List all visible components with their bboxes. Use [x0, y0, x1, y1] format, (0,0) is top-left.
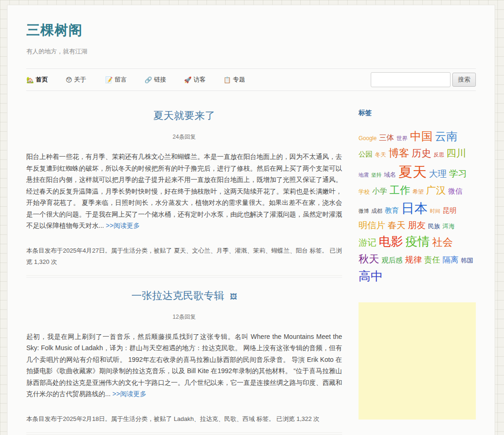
main-nav: 🏡 首页 😯 关于 📝 留言 🔗 链接 🚀 访客 📋 专题 [26, 69, 476, 90]
nav-links: 🏡 首页 😯 关于 📝 留言 🔗 链接 🚀 访客 📋 专题 [26, 75, 371, 84]
search-input[interactable] [371, 72, 451, 87]
tag-link[interactable]: 学习 [449, 168, 467, 180]
search-button[interactable]: 搜索 [452, 73, 476, 87]
tag-link[interactable]: 观后感 [382, 256, 403, 265]
post-excerpt-text: 起初，我是在网上刷到了一首音乐，然后顺藤摸瓜找到了这张专辑。名叫 Where t… [26, 333, 342, 398]
tag-link[interactable]: 昆明 [443, 206, 457, 215]
tag-link[interactable]: 日本 [401, 200, 428, 217]
tag-link[interactable]: 教育 [385, 206, 399, 215]
tag-link[interactable]: 博客 [389, 147, 409, 160]
tag-link[interactable]: 希望 [412, 188, 424, 195]
search-area: 搜索 [371, 72, 476, 87]
nav-label: 首页 [36, 75, 48, 84]
nav-item-topics[interactable]: 📋 专题 [223, 75, 263, 84]
tag-link[interactable]: 春天 [388, 220, 405, 231]
tag-link[interactable]: 云南 [435, 129, 458, 143]
nav-item-visitors[interactable]: 🚀 访客 [184, 75, 223, 84]
tag-link[interactable]: 夏天 [398, 163, 427, 181]
nav-item-links[interactable]: 🔗 链接 [145, 75, 184, 84]
tag-link[interactable]: 工作 [389, 184, 410, 197]
tag-link[interactable]: 小学 [372, 187, 387, 196]
link-icon: 🔗 [145, 76, 152, 83]
nav-item-about[interactable]: 😯 关于 [66, 75, 105, 84]
tag-link[interactable]: 高中 [359, 269, 383, 284]
tag-link[interactable]: 大理 [429, 168, 447, 180]
post: 一张拉达克民歌专辑 🖼 12条回复 起初，我是在网上刷到了一首音乐，然后顺藤摸瓜… [26, 278, 342, 425]
face-icon: 😯 [66, 76, 72, 83]
tag-link[interactable]: 微博 [359, 208, 369, 215]
tag-link[interactable]: 疫情 [405, 234, 430, 249]
tag-link[interactable]: 四川 [446, 147, 466, 159]
content-area: 夏天就要来了 24条回复 阳台上种着一些花，有月季、茉莉还有几株文心兰和蝴蝶兰。… [26, 98, 476, 435]
clipboard-icon: 📋 [223, 76, 231, 83]
nav-label: 专题 [233, 75, 245, 84]
tag-link[interactable]: 冬天 [375, 151, 386, 158]
tag-link[interactable]: 隔离 [443, 255, 458, 265]
tag-link[interactable]: Google [359, 135, 377, 142]
post-excerpt: 阳台上种着一些花，有月季、茉莉还有几株文心兰和蝴蝶兰。本是一直放在阳台地面上的，… [26, 151, 342, 232]
home-icon: 🏡 [26, 76, 34, 83]
tags-heading: 标签 [359, 109, 476, 117]
nav-item-guestbook[interactable]: 📝 留言 [105, 75, 145, 84]
tag-link[interactable]: 洱海 [443, 223, 455, 230]
tag-link[interactable]: 朋友 [408, 220, 426, 231]
tag-link[interactable]: 明信片 [359, 220, 385, 231]
post-excerpt: 起初，我是在网上刷到了一首音乐，然后顺藤摸瓜找到了这张专辑。名叫 Where t… [26, 331, 342, 400]
tag-link[interactable]: 世界 [397, 135, 408, 142]
tag-link[interactable]: 社会 [432, 236, 453, 249]
nav-label: 关于 [74, 75, 86, 84]
tag-link[interactable]: 历史 [412, 147, 431, 159]
tag-link[interactable]: 游记 [359, 237, 376, 248]
tag-link[interactable]: 秋天 [359, 253, 379, 266]
rocket-icon: 🚀 [184, 76, 191, 83]
tag-link[interactable]: 韩国 [461, 257, 473, 264]
sidebar: 标签 Google三体世界中国云南公园冬天博客历史反思四川地震坚持域名夏天大理学… [359, 98, 476, 435]
tag-link[interactable]: 域名 [384, 171, 396, 179]
tag-link[interactable]: 公园 [359, 150, 373, 159]
tag-link[interactable]: 民族 [428, 223, 440, 230]
post-title-text: 一张拉达克民歌专辑 [131, 290, 224, 301]
post-title[interactable]: 一张拉达克民歌专辑 🖼 [26, 289, 342, 303]
tag-link[interactable]: 责任 [424, 255, 440, 265]
nav-item-home[interactable]: 🏡 首页 [26, 75, 66, 84]
tag-link[interactable]: 成都 [371, 208, 382, 215]
picture-icon: 🖼 [230, 292, 237, 300]
post-title[interactable]: 夏天就要来了 [26, 109, 342, 123]
post-reply-count[interactable]: 24条回复 [26, 133, 342, 141]
site-tagline: 有人的地方，就有江湖 [26, 47, 476, 56]
tag-cloud: Google三体世界中国云南公园冬天博客历史反思四川地震坚持域名夏天大理学习学校… [359, 129, 476, 287]
tag-link[interactable]: 反思 [434, 152, 444, 158]
tag-link[interactable]: 地震 [359, 172, 369, 179]
tag-link[interactable]: 微信 [448, 187, 462, 196]
ad-placeholder [359, 302, 476, 420]
tag-link[interactable]: 广汉 [426, 184, 446, 196]
post-reply-count[interactable]: 12条回复 [26, 313, 342, 321]
tag-link[interactable]: 三体 [379, 133, 394, 142]
tag-link[interactable]: 电影 [379, 234, 403, 249]
post-meta: 本条目发布于2025年2月18日。属于生活分类，被贴了 Ladakh、拉达克、民… [26, 413, 342, 425]
tag-link[interactable]: 时间 [430, 208, 440, 215]
post-title-text: 夏天就要来了 [153, 110, 215, 121]
post-meta: 本条目发布于2025年4月27日。属于生活分类，被贴了 夏天、文心兰、月季、灌溉… [26, 245, 342, 268]
nav-label: 留言 [115, 75, 127, 84]
nav-label: 访客 [193, 75, 206, 84]
post-excerpt-text: 阳台上种着一些花，有月季、茉莉还有几株文心兰和蝴蝶兰。本是一直放在阳台地面上的，… [26, 153, 342, 229]
site-title[interactable]: 三棵树阁 [26, 21, 476, 40]
nav-divider [26, 90, 476, 91]
nav-label: 链接 [154, 75, 166, 84]
site-header: 三棵树阁 有人的地方，就有江湖 [26, 21, 476, 56]
read-more-link[interactable]: >>阅读更多 [113, 390, 146, 398]
tag-link[interactable]: 坚持 [371, 172, 382, 179]
post: 夏天就要来了 24条回复 阳台上种着一些花，有月季、茉莉还有几株文心兰和蝴蝶兰。… [26, 98, 342, 268]
tag-link[interactable]: 中国 [410, 129, 433, 143]
content-card: 三棵树阁 有人的地方，就有江湖 🏡 首页 😯 关于 📝 留言 🔗 链接 🚀 [7, 5, 495, 435]
memo-icon: 📝 [105, 76, 113, 83]
read-more-link[interactable]: >>阅读更多 [106, 222, 140, 229]
post-list: 夏天就要来了 24条回复 阳台上种着一些花，有月季、茉莉还有几株文心兰和蝴蝶兰。… [26, 98, 342, 435]
tag-link[interactable]: 学校 [359, 188, 370, 195]
tag-link[interactable]: 规律 [405, 255, 422, 265]
